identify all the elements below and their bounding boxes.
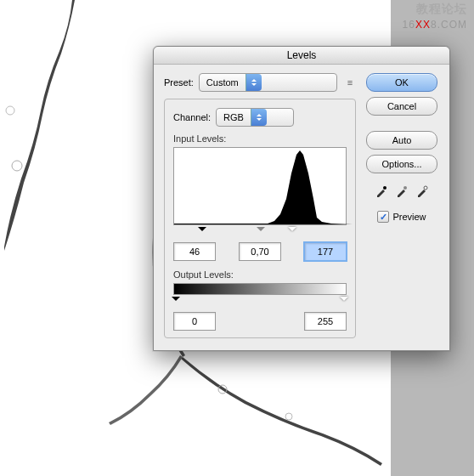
histogram bbox=[173, 147, 347, 225]
auto-button[interactable]: Auto bbox=[366, 131, 437, 150]
svg-point-6 bbox=[424, 186, 427, 190]
eyedropper-group bbox=[374, 184, 430, 199]
midtone-input[interactable] bbox=[239, 242, 281, 261]
white-eyedropper-icon[interactable] bbox=[415, 184, 430, 199]
dropdown-arrows-icon bbox=[251, 109, 267, 126]
dialog-titlebar[interactable]: Levels bbox=[154, 47, 449, 65]
preset-label: Preset: bbox=[164, 77, 194, 88]
svg-point-5 bbox=[403, 186, 407, 190]
svg-point-1 bbox=[6, 106, 14, 115]
black-eyedropper-icon[interactable] bbox=[374, 184, 389, 199]
midtone-slider-handle[interactable] bbox=[257, 227, 265, 235]
watermark-text-2: 16XX8.COM bbox=[403, 19, 467, 31]
output-low-input[interactable] bbox=[173, 312, 216, 331]
output-levels-label: Output Levels: bbox=[173, 269, 347, 280]
output-low-handle[interactable] bbox=[172, 297, 180, 305]
preview-checkbox[interactable]: ✓ bbox=[377, 211, 389, 223]
output-high-input[interactable] bbox=[304, 312, 347, 331]
watermark-text-1: 教程论坛 bbox=[416, 2, 467, 17]
input-slider[interactable] bbox=[173, 227, 347, 237]
preview-checkbox-row[interactable]: ✓ Preview bbox=[377, 211, 426, 223]
preset-select[interactable]: Custom bbox=[199, 73, 337, 92]
svg-point-4 bbox=[383, 186, 387, 190]
shadow-slider-handle[interactable] bbox=[198, 227, 206, 235]
cancel-button[interactable]: Cancel bbox=[366, 97, 437, 116]
ok-button[interactable]: OK bbox=[366, 73, 437, 92]
dropdown-arrows-icon bbox=[245, 74, 262, 91]
preset-menu-icon[interactable]: ≡ bbox=[344, 77, 356, 88]
svg-point-3 bbox=[285, 413, 292, 420]
highlight-input[interactable] bbox=[304, 242, 347, 261]
channel-label: Channel: bbox=[173, 112, 211, 122]
levels-dialog: Levels Preset: Custom ≡ Channel: RGB bbox=[153, 46, 450, 351]
shadow-input[interactable] bbox=[173, 242, 216, 261]
gray-eyedropper-icon[interactable] bbox=[394, 184, 409, 199]
svg-point-0 bbox=[12, 161, 22, 171]
highlight-slider-handle[interactable] bbox=[288, 227, 296, 235]
output-slider[interactable] bbox=[173, 297, 347, 307]
output-high-handle[interactable] bbox=[340, 297, 348, 305]
preview-label: Preview bbox=[392, 212, 426, 222]
options-button[interactable]: Options... bbox=[366, 155, 437, 173]
input-levels-label: Input Levels: bbox=[173, 133, 347, 144]
channel-select[interactable]: RGB bbox=[216, 108, 294, 127]
output-gradient bbox=[173, 283, 347, 295]
